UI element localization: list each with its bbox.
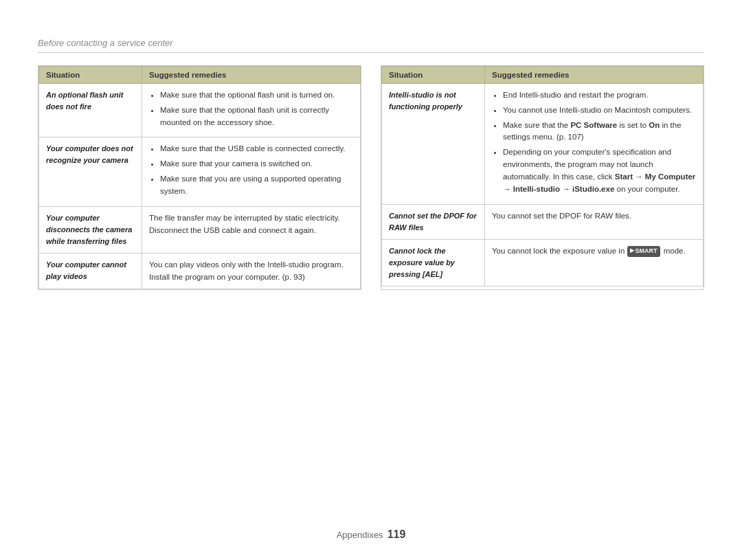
left-table: Situation Suggested remedies An optional…: [38, 66, 361, 289]
situation-cell: Cannot lock the exposure value by pressi…: [382, 239, 485, 286]
page-container: Before contacting a service center Situa…: [0, 0, 742, 317]
situation-cell: Your computer cannot play videos: [39, 253, 142, 289]
section-title: Before contacting a service center: [38, 38, 704, 53]
situation-cell: Cannot set the DPOF for RAW files: [382, 204, 485, 239]
remedy-cell: Make sure that the optional flash unit i…: [142, 84, 361, 137]
left-col2-header: Suggested remedies: [142, 67, 361, 84]
left-table-wrap: Situation Suggested remedies An optional…: [38, 65, 361, 290]
right-col1-header: Situation: [382, 67, 485, 84]
table-row: Cannot set the DPOF for RAW files You ca…: [382, 204, 704, 239]
footer: Appendixes119: [0, 528, 742, 541]
remedy-cell: Make sure that the USB cable is connecte…: [142, 137, 361, 206]
table-row: Your computer cannot play videos You can…: [39, 253, 361, 289]
situation-cell: An optional flash unit does not fire: [39, 84, 142, 137]
left-col1-header: Situation: [39, 67, 142, 84]
table-row: Your computer does not recognize your ca…: [39, 137, 361, 206]
right-table: Situation Suggested remedies Intelli-stu…: [381, 66, 704, 287]
page-number: 119: [387, 528, 406, 540]
situation-cell: Your computer does not recognize your ca…: [39, 137, 142, 206]
remedy-cell: End Intelli-studio and restart the progr…: [485, 84, 704, 205]
remedy-cell: You can play videos only with the Intell…: [142, 253, 361, 289]
situation-cell: Your computer disconnects the camera whi…: [39, 206, 142, 253]
remedy-cell: You cannot lock the exposure value in SM…: [485, 239, 704, 286]
right-col2-header: Suggested remedies: [485, 67, 704, 84]
table-row: Cannot lock the exposure value by pressi…: [382, 239, 704, 286]
footer-label: Appendixes: [337, 530, 383, 540]
table-row: Intelli-studio is not functioning proper…: [382, 84, 704, 205]
remedy-cell: The file transfer may be interrupted by …: [142, 206, 361, 253]
table-row: An optional flash unit does not fire Mak…: [39, 84, 361, 137]
situation-cell: Intelli-studio is not functioning proper…: [382, 84, 485, 205]
smart-badge: SMART: [627, 246, 660, 257]
tables-row: Situation Suggested remedies An optional…: [38, 65, 704, 290]
remedy-cell: You cannot set the DPOF for RAW files.: [485, 204, 704, 239]
table-row: Your computer disconnects the camera whi…: [39, 206, 361, 253]
right-table-wrap: Situation Suggested remedies Intelli-stu…: [381, 65, 704, 290]
